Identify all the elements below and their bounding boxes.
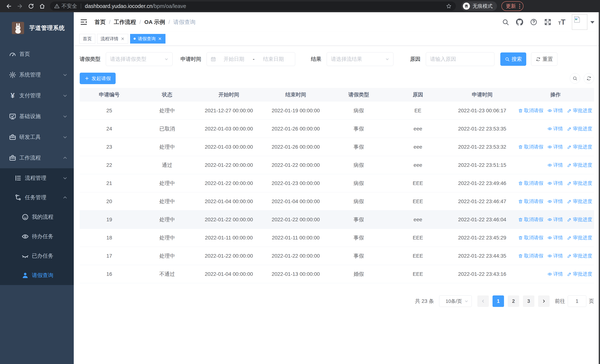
approval-progress-link[interactable]: 审批进度 [567,107,592,114]
cancel-leave-link[interactable]: 取消请假 [518,180,543,187]
result-label: 结果 [311,56,321,63]
detail-link[interactable]: 详情 [547,144,563,150]
fullscreen-icon [544,18,552,26]
detail-link[interactable]: 详情 [547,216,563,223]
approval-progress-link[interactable]: 审批进度 [567,144,592,150]
sidebar-item-process-mgmt[interactable]: 流程管理 [0,168,74,188]
cell-actions: 取消请假 详情 审批进度 [517,180,594,187]
sidebar-item-done-tasks[interactable]: 已办任务 [0,246,74,266]
sidebar-item-devtools[interactable]: 研发工具 [0,127,74,148]
approval-progress-link[interactable]: 审批进度 [567,271,592,277]
browser-back-button[interactable] [4,1,14,11]
sidebar-item-task-mgmt[interactable]: 任务管理 [0,188,74,207]
prev-page-button[interactable] [477,295,489,307]
detail-link[interactable]: 详情 [547,162,563,168]
sidebar-item-leave-query[interactable]: 请假查询 [0,266,74,285]
cell-apply-time: 2022-01-23 00:06:17 [448,108,517,114]
reason-input[interactable] [426,52,494,66]
approval-progress-link[interactable]: 审批进度 [567,216,592,223]
page-size-select[interactable]: 10条/页 [439,295,472,307]
update-label[interactable]: 更新 [506,3,516,9]
tab-leave-query[interactable]: 请假查询 [130,34,166,44]
next-page-button[interactable] [538,295,550,307]
detail-link[interactable]: 详情 [547,125,563,132]
browser-forward-button[interactable] [15,1,25,11]
cancel-leave-link[interactable]: 取消请假 [518,234,543,241]
result-select[interactable]: 请选择流结果 [327,52,394,66]
detail-link[interactable]: 详情 [547,180,563,187]
breadcrumb-workflow[interactable]: 工作流程 [114,18,136,26]
cancel-leave-link[interactable]: 取消请假 [518,144,543,150]
cell-reason: eee [388,126,448,132]
cancel-leave-link[interactable]: 取消请假 [518,216,543,223]
approval-progress-link[interactable]: 审批进度 [567,162,592,168]
github-link-button[interactable] [515,17,525,27]
approval-progress-link[interactable]: 审批进度 [567,253,592,259]
eye-icon [547,181,552,186]
browser-update-button[interactable]: 更新 [501,1,524,11]
sidebar-item-workflow[interactable]: 工作流程 [0,148,74,168]
sidebar-item-system[interactable]: 系统管理 [0,65,74,85]
url-bar[interactable]: 不安全 dashboard.yudao.iocoder.cn /bpm/oa/l… [50,1,456,11]
incognito-label: 无痕模式 [472,3,493,9]
browser-reload-button[interactable] [26,1,36,11]
cell-apply-id: 18 [80,235,139,241]
detail-link[interactable]: 详情 [547,107,563,114]
close-icon[interactable] [158,37,162,41]
browser-menu-icon[interactable] [519,4,520,9]
sidebar-item-my-process[interactable]: 我的流程 [0,207,74,227]
leave-type-select[interactable]: 请选择请假类型 [106,52,172,66]
detail-link[interactable]: 详情 [547,271,563,277]
breadcrumb-home[interactable]: 首页 [94,18,106,26]
sidebar-item-payment[interactable]: ¥ 支付管理 [0,85,74,106]
approval-progress-link[interactable]: 审批进度 [567,180,592,187]
avatar-caret-icon[interactable] [590,21,594,26]
cancel-leave-link[interactable]: 取消请假 [518,107,543,114]
cell-apply-time: 2022-01-22 23:44:35 [448,253,517,259]
detail-link[interactable]: 详情 [547,234,563,241]
bookmark-star-icon[interactable] [446,3,452,9]
sidebar-item-infra[interactable]: 基础设施 [0,106,74,127]
fullscreen-button[interactable] [543,17,553,27]
page-button-3[interactable]: 3 [523,295,534,307]
app-logo[interactable]: 芋道管理系统 [0,12,74,44]
sidebar-item-todo-tasks[interactable]: 待办任务 [0,227,74,246]
tab-home[interactable]: 首页 [79,34,95,44]
approval-progress-link[interactable]: 审批进度 [567,125,592,132]
cancel-leave-link[interactable]: 取消请假 [518,198,543,205]
approval-progress-link[interactable]: 审批进度 [567,198,592,205]
font-size-button[interactable]: TT [557,17,567,27]
browser-home-button[interactable] [37,1,47,11]
cell-end-time: 2022-01-23 00:00:00 [262,180,329,186]
cell-leave-type: 事假 [329,216,388,223]
search-button[interactable]: 搜索 [500,52,526,66]
sidebar-item-home[interactable]: 首页 [0,44,74,65]
refresh-table-button[interactable] [584,73,594,84]
close-icon[interactable] [121,37,125,41]
breadcrumb-oa-example[interactable]: OA 示例 [144,18,165,26]
approval-progress-link[interactable]: 审批进度 [567,234,592,241]
header-search-button[interactable] [501,17,510,27]
reset-button[interactable]: 重置 [531,52,557,66]
help-button[interactable] [529,17,538,27]
eye-icon [547,199,552,204]
user-avatar[interactable] [572,14,587,30]
security-label[interactable]: 不安全 [62,3,77,10]
detail-link[interactable]: 详情 [547,253,563,259]
apply-time-range-picker[interactable]: 开始日期 - 结束日期 [206,52,295,66]
detail-link[interactable]: 详情 [547,198,563,205]
cell-actions: 取消请假 详情 审批进度 [517,198,594,205]
page-button-2[interactable]: 2 [508,295,519,307]
goto-page-input[interactable] [568,295,586,307]
create-leave-button[interactable]: 发起请假 [80,73,116,84]
sidebar-collapse-button[interactable] [79,18,88,27]
tab-process-detail[interactable]: 流程详情 [97,34,128,44]
chevron-down-icon [62,72,68,78]
trash-icon [518,108,523,113]
table-row: 16 不通过 2022-01-04 00:00:00 2022-01-13 00… [80,265,594,283]
forward-arrow-icon [17,3,23,9]
cell-status: 处理中 [139,216,195,223]
toggle-search-button[interactable] [570,73,580,84]
cancel-leave-link[interactable]: 取消请假 [518,253,543,259]
page-button-1[interactable]: 1 [493,295,504,307]
